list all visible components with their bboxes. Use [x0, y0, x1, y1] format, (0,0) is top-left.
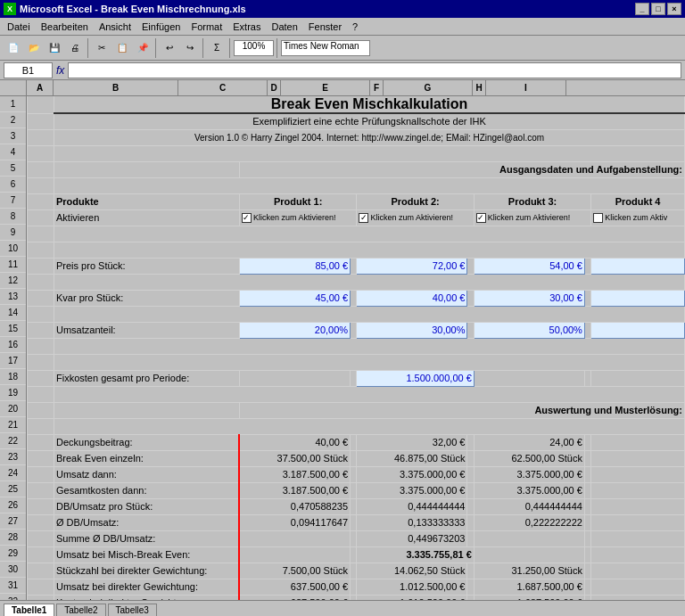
cell-a2[interactable] — [28, 113, 54, 129]
cell-d11[interactable] — [351, 258, 357, 274]
cell-h13[interactable] — [584, 290, 590, 306]
row-num-19[interactable]: 19 — [0, 385, 26, 401]
cell-f23[interactable] — [467, 450, 474, 466]
row-num-26[interactable]: 26 — [0, 497, 26, 513]
checkbox-2[interactable] — [359, 213, 368, 223]
cell-f11[interactable] — [467, 258, 474, 274]
cell-b12[interactable] — [54, 274, 685, 290]
cell-a7[interactable] — [28, 193, 54, 209]
menu-format[interactable]: Format — [186, 21, 227, 33]
cell-i18[interactable] — [591, 370, 685, 386]
cell-b13[interactable]: Kvar pro Stück: — [54, 290, 240, 306]
col-header-e[interactable]: E — [281, 80, 370, 95]
cell-a3[interactable] — [28, 129, 54, 145]
cell-b6[interactable] — [54, 177, 685, 193]
cell-b27[interactable]: Ø DB/Umsatz: — [54, 514, 240, 530]
row-num-29[interactable]: 29 — [0, 546, 26, 562]
cell-c7[interactable]: Produkt 1: — [239, 193, 356, 209]
cell-e29[interactable]: 3.335.755,81 € — [357, 546, 474, 563]
cell-i32[interactable] — [591, 595, 685, 600]
row-num-6[interactable]: 6 — [0, 177, 26, 193]
cell-b16[interactable] — [54, 338, 685, 354]
cell-g22[interactable]: 24,00 € — [474, 434, 584, 450]
checkbox-4[interactable] — [593, 213, 603, 223]
cell-d13[interactable] — [351, 290, 357, 306]
cell-a17[interactable] — [28, 354, 54, 370]
cell-b2[interactable]: Exemplifiziert eine echte Prüfungsknalls… — [54, 113, 685, 129]
cell-d22[interactable] — [351, 434, 357, 450]
cell-f22[interactable] — [467, 434, 474, 450]
paste-button[interactable]: 📌 — [133, 38, 153, 58]
cell-e25[interactable]: 3.375.000,00 € — [357, 482, 467, 498]
cell-a30[interactable] — [28, 563, 54, 579]
cell-b24[interactable]: Umsatz dann: — [54, 466, 240, 482]
cell-g28[interactable] — [474, 530, 584, 546]
cell-e32[interactable]: 1.012.500,00 € — [357, 595, 467, 600]
col-header-f[interactable]: F — [370, 80, 384, 95]
cell-b9[interactable] — [54, 226, 685, 242]
cell-c20[interactable]: Auswertung und Musterlösung: — [239, 402, 684, 418]
cell-c15[interactable]: 20,00% — [239, 322, 350, 338]
cell-d31[interactable] — [351, 579, 357, 595]
cell-a28[interactable] — [28, 530, 54, 546]
cell-g15[interactable]: 50,00% — [474, 322, 584, 338]
row-num-10[interactable]: 10 — [0, 241, 26, 257]
cell-e18[interactable]: 1.500.000,00 € — [357, 370, 474, 386]
zoom-input[interactable]: 100% — [234, 40, 274, 56]
cell-c5[interactable]: Ausgangsdaten und Aufgabenstellung: — [239, 161, 684, 177]
cell-f32[interactable] — [467, 595, 474, 600]
cell-c26[interactable]: 0,470588235 — [239, 498, 350, 514]
cell-f27[interactable] — [467, 514, 474, 530]
cell-h25[interactable] — [584, 482, 590, 498]
row-num-9[interactable]: 9 — [0, 225, 26, 241]
cell-d15[interactable] — [351, 322, 357, 338]
save-button[interactable]: 💾 — [45, 38, 64, 58]
cell-e11[interactable]: 72,00 € — [357, 258, 467, 274]
sheet-tab-1[interactable]: Tabelle1 — [4, 604, 54, 616]
col-header-a[interactable]: A — [27, 80, 54, 95]
cell-e24[interactable]: 3.375.000,00 € — [357, 466, 467, 482]
cell-i28[interactable] — [591, 530, 685, 546]
cell-a23[interactable] — [28, 450, 54, 466]
cell-a13[interactable] — [28, 290, 54, 306]
cell-b14[interactable] — [54, 306, 685, 322]
row-num-25[interactable]: 25 — [0, 481, 26, 497]
cell-i25[interactable] — [591, 482, 685, 498]
cell-c24[interactable]: 3.187.500,00 € — [239, 466, 350, 482]
cell-e31[interactable]: 1.012.500,00 € — [357, 579, 467, 595]
row-num-24[interactable]: 24 — [0, 465, 26, 481]
cell-b25[interactable]: Gesamtkosten dann: — [54, 482, 240, 498]
cut-button[interactable]: ✂ — [92, 38, 111, 58]
cell-h29[interactable] — [584, 546, 590, 563]
row-num-28[interactable]: 28 — [0, 530, 26, 546]
cell-e27[interactable]: 0,133333333 — [357, 514, 467, 530]
cell-c29[interactable] — [239, 546, 350, 563]
cell-f31[interactable] — [467, 579, 474, 595]
cell-i29[interactable] — [591, 546, 685, 563]
cell-d32[interactable] — [351, 595, 357, 600]
cell-reference[interactable]: B1 — [4, 62, 53, 78]
open-button[interactable]: 📂 — [24, 38, 44, 58]
cell-h22[interactable] — [584, 434, 590, 450]
cell-e30[interactable]: 14.062,50 Stück — [357, 563, 467, 579]
cell-b20[interactable] — [54, 402, 240, 418]
row-num-2[interactable]: 2 — [0, 112, 26, 128]
cell-f15[interactable] — [467, 322, 474, 338]
row-num-8[interactable]: 8 — [0, 209, 26, 225]
cell-h27[interactable] — [584, 514, 590, 530]
menu-einfuegen[interactable]: Einfügen — [136, 21, 186, 33]
cell-e23[interactable]: 46.875,00 Stück — [357, 450, 467, 466]
cell-d29[interactable] — [351, 546, 357, 563]
cell-i27[interactable] — [591, 514, 685, 530]
cell-b30[interactable]: Stückzahl bei direkter Gewichtung: — [54, 563, 240, 579]
cell-b10[interactable] — [54, 242, 685, 258]
cell-a22[interactable] — [28, 434, 54, 450]
cell-d27[interactable] — [351, 514, 357, 530]
col-header-g[interactable]: G — [384, 80, 473, 95]
cell-i11[interactable] — [591, 258, 685, 274]
row-num-15[interactable]: 15 — [0, 321, 26, 337]
cell-c8-checkbox[interactable]: Klicken zum Aktivieren! — [239, 209, 356, 226]
col-header-b[interactable]: B — [54, 80, 178, 95]
cell-e26[interactable]: 0,444444444 — [357, 498, 467, 514]
row-num-4[interactable]: 4 — [0, 144, 26, 160]
